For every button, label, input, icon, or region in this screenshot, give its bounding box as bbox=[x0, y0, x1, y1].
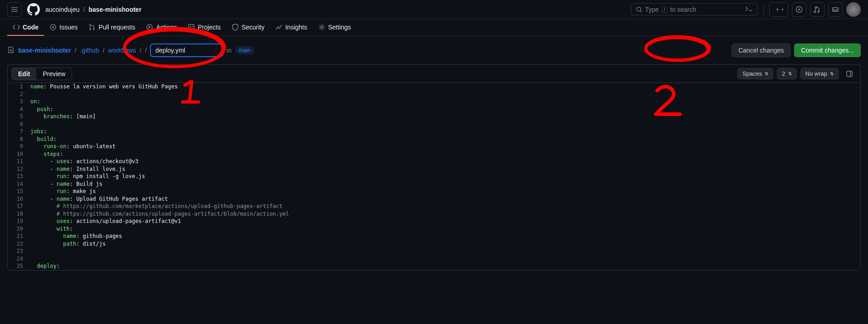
repo-link[interactable]: base-minishooter bbox=[88, 6, 141, 13]
shield-icon bbox=[232, 24, 239, 31]
code-line[interactable]: 22 path: dist/js bbox=[8, 240, 860, 248]
line-number: 10 bbox=[8, 150, 30, 158]
path-sep: / bbox=[103, 47, 105, 54]
path-seg-workflows[interactable]: workflows bbox=[108, 47, 136, 54]
gear-icon bbox=[318, 24, 325, 31]
actions-icon bbox=[146, 24, 153, 31]
line-number: 12 bbox=[8, 165, 30, 173]
line-number: 15 bbox=[8, 188, 30, 195]
search-hint: to search bbox=[670, 6, 696, 13]
command-palette-icon bbox=[745, 5, 753, 13]
code-icon bbox=[13, 24, 20, 31]
code-content: runs-on: ubuntu-latest bbox=[30, 143, 116, 150]
branch-pill[interactable]: main bbox=[235, 46, 254, 54]
code-content: path: dist/js bbox=[30, 240, 106, 248]
tab-preview[interactable]: Preview bbox=[36, 68, 72, 80]
path-seg-github[interactable]: .github bbox=[80, 47, 99, 54]
code-line[interactable]: 2 bbox=[8, 91, 860, 98]
issues-button[interactable] bbox=[792, 2, 806, 17]
issues-icon bbox=[49, 24, 57, 31]
code-line[interactable]: 20 with: bbox=[8, 225, 860, 233]
file-added-icon bbox=[7, 46, 15, 55]
code-line[interactable]: 24 bbox=[8, 255, 860, 263]
search-icon bbox=[636, 6, 642, 13]
code-line[interactable]: 25 deploy: bbox=[8, 262, 860, 270]
filename-input[interactable] bbox=[150, 44, 223, 57]
in-label: in bbox=[227, 47, 232, 54]
code-content: branches: [main] bbox=[30, 113, 96, 121]
tab-issues[interactable]: Issues bbox=[44, 19, 83, 36]
code-content: push: bbox=[30, 106, 53, 113]
path-sep: / bbox=[145, 47, 147, 54]
code-line[interactable]: 12 - name: Install love.js bbox=[8, 165, 860, 173]
svg-point-3 bbox=[52, 26, 54, 28]
tab-edit[interactable]: Edit bbox=[12, 68, 36, 80]
tab-pull-requests[interactable]: Pull requests bbox=[83, 19, 141, 36]
tab-security[interactable]: Security bbox=[226, 19, 270, 36]
cancel-button[interactable]: Cancel changes bbox=[732, 44, 790, 57]
code-content: on: bbox=[30, 98, 40, 106]
code-content: # https://github.com/marketplace/actions… bbox=[30, 203, 282, 210]
indent-mode-select[interactable]: Spaces⇅ bbox=[737, 68, 773, 79]
search-input[interactable]: Type / to search bbox=[631, 3, 758, 15]
code-content bbox=[30, 121, 34, 128]
code-content: with: bbox=[30, 225, 73, 233]
svg-rect-8 bbox=[189, 24, 194, 30]
code-content: uses: actions/upload-pages-artifact@v1 bbox=[30, 218, 181, 225]
code-line[interactable]: 9 runs-on: ubuntu-latest bbox=[8, 143, 860, 150]
code-line[interactable]: 18 # https://github.com/actions/upload-p… bbox=[8, 210, 860, 218]
code-line[interactable]: 19 uses: actions/upload-pages-artifact@v… bbox=[8, 218, 860, 225]
code-line[interactable]: 1name: Pousse la version web vers GitHub… bbox=[8, 83, 860, 91]
pull-requests-button[interactable] bbox=[810, 2, 824, 17]
commit-button[interactable]: Commit changes... bbox=[794, 44, 861, 57]
pr-icon bbox=[88, 24, 96, 31]
code-line[interactable]: 4 push: bbox=[8, 106, 860, 113]
code-editor[interactable]: 1name: Pousse la version web vers GitHub… bbox=[7, 82, 861, 271]
code-content: name: github-pages bbox=[30, 232, 122, 240]
code-line[interactable]: 21 name: github-pages bbox=[8, 232, 860, 240]
code-line[interactable]: 13 run: npm install -g love.js bbox=[8, 173, 860, 180]
code-content: # https://github.com/actions/upload-page… bbox=[30, 210, 289, 218]
github-logo-icon[interactable] bbox=[26, 2, 41, 17]
line-number: 5 bbox=[8, 113, 30, 121]
code-content: name: Pousse la version web vers GitHub … bbox=[30, 83, 178, 91]
code-line[interactable]: 3on: bbox=[8, 98, 860, 106]
code-line[interactable]: 11 - uses: actions/checkout@v3 bbox=[8, 158, 860, 165]
inbox-button[interactable] bbox=[828, 2, 843, 17]
editor-tabs: Edit Preview bbox=[11, 68, 72, 80]
topbar-right: Type / to search ＋ ▾ bbox=[631, 2, 861, 17]
menu-button[interactable] bbox=[7, 2, 22, 17]
code-line[interactable]: 5 branches: [main] bbox=[8, 113, 860, 121]
tab-settings[interactable]: Settings bbox=[313, 19, 357, 36]
create-new-button[interactable]: ＋ ▾ bbox=[769, 2, 788, 17]
line-number: 6 bbox=[8, 121, 30, 128]
code-line[interactable]: 7jobs: bbox=[8, 128, 860, 135]
user-avatar[interactable] bbox=[846, 2, 861, 17]
tab-insights[interactable]: Insights bbox=[270, 19, 312, 36]
wrap-select[interactable]: No wrap⇅ bbox=[800, 68, 839, 79]
line-number: 3 bbox=[8, 98, 30, 106]
code-content: - name: Build js bbox=[30, 180, 102, 188]
tab-actions[interactable]: Actions bbox=[141, 19, 182, 36]
code-line[interactable]: 10 steps: bbox=[8, 150, 860, 158]
code-line[interactable]: 16 - name: Upload GitHub Pages artifact bbox=[8, 195, 860, 203]
code-content: build: bbox=[30, 135, 57, 143]
code-line[interactable]: 6 bbox=[8, 121, 860, 128]
line-number: 18 bbox=[8, 210, 30, 218]
code-line[interactable]: 14 - name: Build js bbox=[8, 180, 860, 188]
line-number: 11 bbox=[8, 158, 30, 165]
panel-icon[interactable] bbox=[842, 67, 857, 81]
line-number: 23 bbox=[8, 247, 30, 255]
indent-size-select[interactable]: 2⇅ bbox=[777, 68, 796, 79]
line-number: 4 bbox=[8, 106, 30, 113]
code-line[interactable]: 8 build: bbox=[8, 135, 860, 143]
owner-link[interactable]: aucoindujeu bbox=[45, 6, 80, 13]
code-line[interactable]: 17 # https://github.com/marketplace/acti… bbox=[8, 203, 860, 210]
path-repo[interactable]: base-minishooter bbox=[18, 47, 71, 54]
code-line[interactable]: 15 run: make js bbox=[8, 188, 860, 195]
tab-projects[interactable]: Projects bbox=[182, 19, 226, 36]
code-line[interactable]: 23 bbox=[8, 247, 860, 255]
breadcrumb-sep: / bbox=[83, 6, 85, 13]
tab-code[interactable]: Code bbox=[7, 19, 44, 36]
line-number: 25 bbox=[8, 262, 30, 270]
